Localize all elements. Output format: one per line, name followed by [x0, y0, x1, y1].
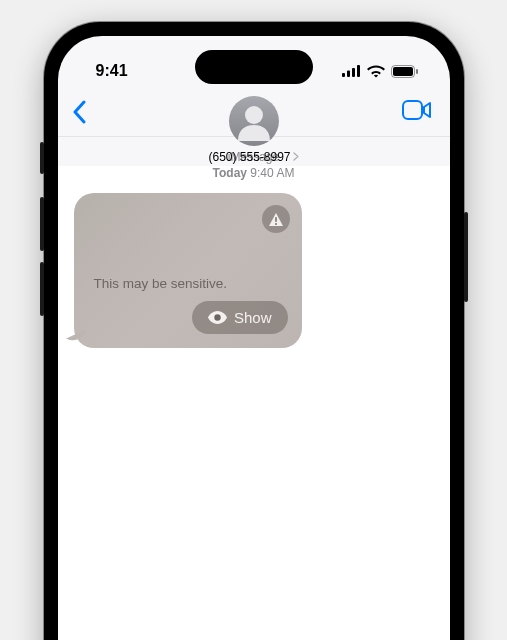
- svg-point-11: [214, 315, 220, 321]
- volume-up-button: [40, 197, 44, 251]
- show-button[interactable]: Show: [192, 301, 288, 334]
- back-button[interactable]: [72, 96, 86, 128]
- contact-name-row: (650) 555-8997: [208, 150, 298, 164]
- svg-point-10: [275, 223, 277, 225]
- nav-bar: (650) 555-8997: [58, 86, 450, 137]
- svg-rect-8: [403, 101, 422, 119]
- avatar: [229, 96, 279, 146]
- video-icon: [402, 100, 432, 120]
- person-icon: [229, 96, 279, 146]
- svg-rect-0: [342, 73, 345, 77]
- svg-rect-1: [347, 71, 350, 78]
- eye-icon: [208, 311, 227, 324]
- cellular-icon: [342, 65, 361, 77]
- side-switch: [40, 142, 44, 174]
- dynamic-island: [195, 50, 313, 84]
- contact-header[interactable]: (650) 555-8997: [208, 96, 298, 164]
- warning-badge: [262, 205, 290, 233]
- warning-icon: [268, 212, 284, 227]
- sensitive-warning-text: This may be sensitive.: [88, 276, 228, 291]
- wifi-icon: [367, 65, 385, 78]
- screen: 9:41 (650) 555-8997: [58, 36, 450, 640]
- day-prefix: Today: [213, 166, 247, 180]
- volume-down-button: [40, 262, 44, 316]
- sensitive-content-bubble: This may be sensitive. Show: [74, 193, 302, 348]
- facetime-button[interactable]: [402, 96, 432, 124]
- time-label: 9:40 AM: [247, 166, 294, 180]
- contact-number: (650) 555-8997: [208, 150, 290, 164]
- svg-rect-3: [357, 65, 360, 77]
- messages-area: This may be sensitive. Show: [58, 181, 450, 360]
- svg-rect-5: [393, 67, 413, 76]
- svg-rect-6: [416, 69, 418, 74]
- iphone-frame: 9:41 (650) 555-8997: [44, 22, 464, 640]
- chevron-right-icon: [293, 152, 299, 163]
- svg-point-7: [245, 106, 263, 124]
- status-icons: [342, 65, 418, 78]
- svg-rect-9: [275, 217, 277, 222]
- status-time: 9:41: [96, 62, 128, 80]
- chevron-left-icon: [72, 100, 86, 124]
- svg-rect-2: [352, 68, 355, 77]
- show-button-label: Show: [234, 309, 272, 326]
- battery-icon: [391, 65, 418, 78]
- power-button: [464, 212, 468, 302]
